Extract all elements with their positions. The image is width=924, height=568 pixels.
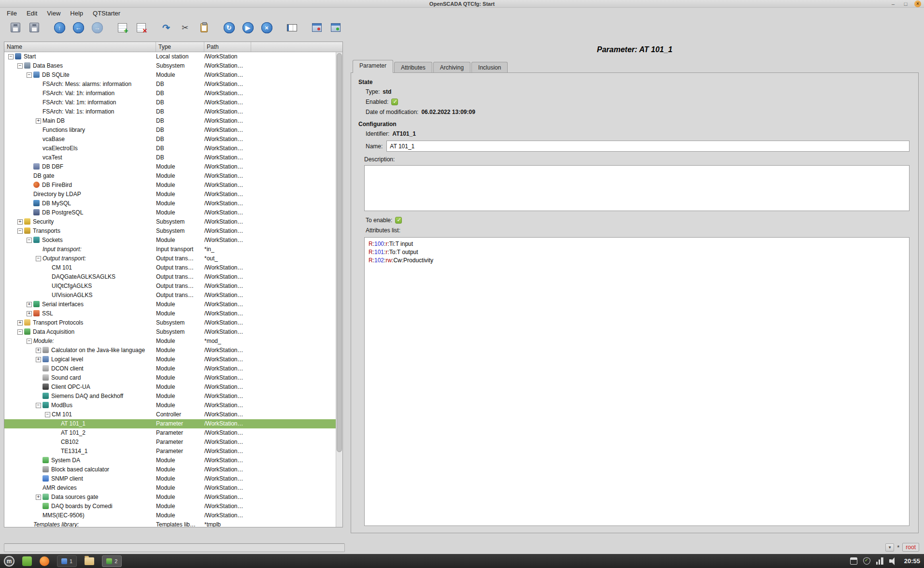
tree-row[interactable]: +Calculator on the Java-like languageMod…: [4, 346, 336, 355]
tree-row[interactable]: +Data sources gateModule/WorkStation…: [4, 493, 336, 502]
tree-row[interactable]: DB PostgreSQLModule/WorkStation…: [4, 208, 336, 217]
attribute-item[interactable]: R:102:rw:Cw:Productivity: [369, 256, 905, 265]
manual-button[interactable]: [284, 20, 299, 35]
tree-row[interactable]: FSArch: Val: 1m: informationDB/WorkStati…: [4, 98, 336, 107]
tree-row[interactable]: vcaTestDB/WorkStation…: [4, 153, 336, 162]
menu-view[interactable]: View: [42, 9, 65, 18]
delete-item-button[interactable]: [134, 20, 148, 35]
qtstarter-vision-button[interactable]: [328, 20, 343, 35]
start-updating-button[interactable]: ▶: [241, 20, 255, 35]
tree-row[interactable]: +SecuritySubsystem/WorkStation…: [4, 217, 336, 227]
tree-row[interactable]: vcaElectroElsDB/WorkStation…: [4, 144, 336, 153]
expand-icon[interactable]: +: [36, 357, 41, 362]
tree-row[interactable]: SNMP clientModule/WorkStation…: [4, 474, 336, 483]
tree-row[interactable]: DAQGateAGLKSAGLKSOutput trans…/WorkStati…: [4, 272, 336, 282]
tree-row[interactable]: Siemens DAQ and BeckhoffModule/WorkStati…: [4, 392, 336, 401]
maximize-button[interactable]: □: [902, 0, 910, 7]
tree-row[interactable]: vcaBaseDB/WorkStation…: [4, 135, 336, 144]
expand-icon[interactable]: +: [36, 118, 41, 124]
tree-row[interactable]: AT 101_1Parameter/WorkStation…: [4, 419, 336, 428]
tree-row[interactable]: CB102Parameter/WorkStation…: [4, 438, 336, 447]
tree-row[interactable]: Sound cardModule/WorkStation…: [4, 373, 336, 383]
tree-row[interactable]: MMS(IEC-9506)Module/WorkStation…: [4, 511, 336, 520]
collapse-icon[interactable]: −: [17, 228, 23, 234]
tree-row[interactable]: −Output transport:Output trans…*out_: [4, 254, 336, 263]
tray-updates-shield-icon[interactable]: [863, 557, 870, 565]
column-header-name[interactable]: Name: [4, 42, 156, 52]
tree-row[interactable]: FSArch: Mess: alarms: informationDB/Work…: [4, 80, 336, 89]
tab-archiving[interactable]: Archiving: [433, 62, 470, 72]
tree-row[interactable]: Block based calculatorModule/WorkStation…: [4, 465, 336, 474]
tab-attributes[interactable]: Attributes: [394, 62, 432, 72]
tree-row[interactable]: Templates library:Templates lib…*tmplb_: [4, 520, 336, 527]
tree-row[interactable]: −DB SQLiteModule/WorkStation…: [4, 71, 336, 80]
tree-row[interactable]: −Data AcquisitionSubsystem/WorkStation…: [4, 327, 336, 337]
collapse-icon[interactable]: −: [8, 54, 14, 59]
name-input[interactable]: [386, 141, 910, 152]
expand-icon[interactable]: +: [36, 348, 41, 353]
tree-row[interactable]: DB DBFModule/WorkStation…: [4, 162, 336, 171]
tray-volume-icon[interactable]: [889, 557, 896, 565]
expand-icon[interactable]: +: [36, 495, 41, 500]
tree-row[interactable]: −TransportsSubsystem/WorkStation…: [4, 227, 336, 236]
current-user-badge[interactable]: root: [902, 543, 919, 552]
tree-row[interactable]: DB FireBirdModule/WorkStation…: [4, 181, 336, 190]
column-header-path[interactable]: Path: [204, 42, 251, 52]
tree-row[interactable]: −Data BasesSubsystem/WorkStation…: [4, 61, 336, 71]
go-previous-button[interactable]: ←: [71, 20, 85, 35]
tray-calendar-icon[interactable]: [850, 557, 857, 565]
tree-row[interactable]: Client OPC-UAModule/WorkStation…: [4, 383, 336, 392]
tree-row[interactable]: DB MySQLModule/WorkStation…: [4, 199, 336, 208]
copy-item-button[interactable]: ↷: [159, 20, 173, 35]
files-launcher-button[interactable]: [85, 557, 94, 565]
tree-row[interactable]: CM 101Output trans…/WorkStation…: [4, 263, 336, 272]
go-up-button[interactable]: ↑: [52, 20, 67, 35]
tree-row[interactable]: Input transport:Input transport*in_: [4, 245, 336, 254]
tree-row[interactable]: UIVisionAGLKSOutput trans…/WorkStation…: [4, 291, 336, 300]
minimize-button[interactable]: –: [889, 0, 897, 7]
expand-icon[interactable]: +: [17, 219, 23, 225]
go-next-button[interactable]: →: [90, 20, 104, 35]
tree-row[interactable]: AT 101_2Parameter/WorkStation…: [4, 428, 336, 438]
collapse-icon[interactable]: −: [36, 403, 41, 408]
collapse-icon[interactable]: −: [27, 72, 32, 78]
tree-vertical-scrollbar[interactable]: [336, 52, 342, 527]
expand-icon[interactable]: +: [27, 311, 32, 316]
column-header-type[interactable]: Type: [156, 42, 204, 52]
chevron-down-icon[interactable]: ▼: [885, 543, 894, 552]
load-from-db-button[interactable]: [8, 20, 23, 35]
collapse-icon[interactable]: −: [45, 412, 50, 417]
collapse-icon[interactable]: −: [17, 329, 23, 335]
menu-help[interactable]: Help: [65, 9, 88, 18]
cut-item-button[interactable]: ✂: [178, 20, 192, 35]
panel-splitter[interactable]: [344, 38, 348, 529]
tree-row[interactable]: Directory by LDAPModule/WorkStation…: [4, 190, 336, 199]
attribute-item[interactable]: R:100:r:Ti:T input: [369, 240, 905, 248]
tab-inclusion[interactable]: Inclusion: [471, 62, 508, 72]
tree-row[interactable]: DB gateModule/WorkStation…: [4, 171, 336, 181]
tree-row[interactable]: Functions libraryDB/WorkStation…: [4, 126, 336, 135]
enabled-checkbox[interactable]: [391, 99, 398, 105]
tree-row[interactable]: −SocketsModule/WorkStation…: [4, 236, 336, 245]
collapse-icon[interactable]: −: [36, 256, 41, 261]
menu-file[interactable]: File: [2, 9, 22, 18]
attributes-list[interactable]: R:100:r:Ti:T inputR:101:r:To:T outputR:1…: [364, 237, 910, 526]
firefox-launcher-button[interactable]: [40, 556, 49, 566]
collapse-icon[interactable]: −: [17, 63, 23, 69]
expand-icon[interactable]: +: [17, 320, 23, 326]
tree-row[interactable]: AMR devicesModule/WorkStation…: [4, 483, 336, 493]
tree-row[interactable]: System DAModule/WorkStation…: [4, 456, 336, 465]
tree-row[interactable]: UIQtCfgAGLKSOutput trans…/WorkStation…: [4, 282, 336, 291]
tree-row[interactable]: FSArch: Val: 1h: informationDB/WorkStati…: [4, 89, 336, 98]
attribute-item[interactable]: R:101:r:To:T output: [369, 248, 905, 256]
tree-row[interactable]: DCON clientModule/WorkStation…: [4, 364, 336, 373]
tree-row[interactable]: −ModBusModule/WorkStation…: [4, 401, 336, 410]
tree-row[interactable]: +Logical levelModule/WorkStation…: [4, 355, 336, 364]
tree-row[interactable]: +Transport ProtocolsSubsystem/WorkStatio…: [4, 318, 336, 327]
save-to-db-button[interactable]: [27, 20, 42, 35]
description-textarea[interactable]: [364, 165, 910, 211]
mint-menu-button[interactable]: m: [4, 556, 14, 567]
tree-row[interactable]: +Main DBDB/WorkStation…: [4, 116, 336, 126]
close-button[interactable]: ×: [914, 0, 921, 7]
expand-icon[interactable]: +: [27, 302, 32, 307]
